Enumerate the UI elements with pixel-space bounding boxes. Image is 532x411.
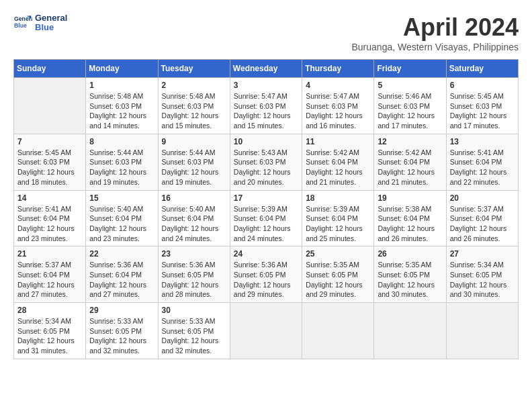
page-header: General Blue General Blue April 2024 Bur… xyxy=(13,13,519,52)
day-info: Sunrise: 5:39 AM Sunset: 6:04 PM Dayligh… xyxy=(234,204,298,244)
col-header-friday: Friday xyxy=(374,60,446,78)
day-info: Sunrise: 5:44 AM Sunset: 6:03 PM Dayligh… xyxy=(89,148,154,187)
day-info: Sunrise: 5:36 AM Sunset: 6:05 PM Dayligh… xyxy=(234,260,298,300)
calendar-week-row: 28Sunrise: 5:34 AM Sunset: 6:05 PM Dayli… xyxy=(14,303,519,359)
calendar-cell xyxy=(374,303,446,359)
day-info: Sunrise: 5:45 AM Sunset: 6:03 PM Dayligh… xyxy=(17,148,82,187)
day-number: 19 xyxy=(378,193,442,203)
day-info: Sunrise: 5:35 AM Sunset: 6:05 PM Dayligh… xyxy=(378,260,442,300)
day-info: Sunrise: 5:48 AM Sunset: 6:03 PM Dayligh… xyxy=(162,91,226,131)
day-info: Sunrise: 5:34 AM Sunset: 6:05 PM Dayligh… xyxy=(17,316,82,356)
calendar-cell: 21Sunrise: 5:37 AM Sunset: 6:04 PM Dayli… xyxy=(14,246,86,303)
day-number: 23 xyxy=(162,249,226,259)
day-number: 8 xyxy=(89,137,154,146)
calendar-cell: 15Sunrise: 5:40 AM Sunset: 6:04 PM Dayli… xyxy=(86,190,158,246)
calendar-cell: 30Sunrise: 5:33 AM Sunset: 6:05 PM Dayli… xyxy=(158,303,230,359)
calendar-cell: 26Sunrise: 5:35 AM Sunset: 6:05 PM Dayli… xyxy=(374,246,446,303)
day-number: 10 xyxy=(234,137,298,146)
day-number: 2 xyxy=(162,81,226,90)
day-info: Sunrise: 5:47 AM Sunset: 6:03 PM Dayligh… xyxy=(306,91,370,131)
calendar-cell: 4Sunrise: 5:47 AM Sunset: 6:03 PM Daylig… xyxy=(302,78,374,134)
day-number: 22 xyxy=(89,249,154,259)
day-number: 26 xyxy=(378,249,442,259)
day-number: 21 xyxy=(17,249,82,259)
calendar-cell xyxy=(302,303,374,359)
title-block: April 2024 Buruanga, Western Visayas, Ph… xyxy=(351,13,519,52)
calendar-cell: 10Sunrise: 5:43 AM Sunset: 6:03 PM Dayli… xyxy=(230,134,302,190)
day-info: Sunrise: 5:33 AM Sunset: 6:05 PM Dayligh… xyxy=(162,316,226,356)
day-number: 1 xyxy=(89,81,154,90)
day-info: Sunrise: 5:36 AM Sunset: 6:05 PM Dayligh… xyxy=(162,260,226,300)
calendar-week-row: 21Sunrise: 5:37 AM Sunset: 6:04 PM Dayli… xyxy=(14,246,519,303)
day-info: Sunrise: 5:42 AM Sunset: 6:04 PM Dayligh… xyxy=(378,148,442,187)
calendar-week-row: 7Sunrise: 5:45 AM Sunset: 6:03 PM Daylig… xyxy=(14,134,519,190)
day-info: Sunrise: 5:33 AM Sunset: 6:05 PM Dayligh… xyxy=(89,316,154,356)
calendar-cell: 25Sunrise: 5:35 AM Sunset: 6:05 PM Dayli… xyxy=(302,246,374,303)
calendar-cell: 18Sunrise: 5:39 AM Sunset: 6:04 PM Dayli… xyxy=(302,190,374,246)
day-info: Sunrise: 5:48 AM Sunset: 6:03 PM Dayligh… xyxy=(89,91,154,131)
calendar-cell: 3Sunrise: 5:47 AM Sunset: 6:03 PM Daylig… xyxy=(230,78,302,134)
day-number: 14 xyxy=(17,193,82,203)
day-number: 29 xyxy=(89,306,154,315)
day-number: 28 xyxy=(17,306,82,315)
calendar-cell: 6Sunrise: 5:45 AM Sunset: 6:03 PM Daylig… xyxy=(446,78,518,134)
col-header-sunday: Sunday xyxy=(14,60,86,78)
col-header-monday: Monday xyxy=(86,60,158,78)
day-number: 7 xyxy=(17,137,82,146)
day-number: 17 xyxy=(234,193,298,203)
calendar-cell: 11Sunrise: 5:42 AM Sunset: 6:04 PM Dayli… xyxy=(302,134,374,190)
calendar-week-row: 1Sunrise: 5:48 AM Sunset: 6:03 PM Daylig… xyxy=(14,78,519,134)
logo-icon: General Blue xyxy=(13,13,32,32)
calendar-cell: 27Sunrise: 5:34 AM Sunset: 6:05 PM Dayli… xyxy=(446,246,518,303)
day-info: Sunrise: 5:47 AM Sunset: 6:03 PM Dayligh… xyxy=(234,91,298,131)
day-number: 3 xyxy=(234,81,298,90)
calendar-cell: 9Sunrise: 5:44 AM Sunset: 6:03 PM Daylig… xyxy=(158,134,230,190)
day-info: Sunrise: 5:44 AM Sunset: 6:03 PM Dayligh… xyxy=(162,148,226,187)
day-number: 12 xyxy=(378,137,442,146)
calendar-cell: 16Sunrise: 5:40 AM Sunset: 6:04 PM Dayli… xyxy=(158,190,230,246)
day-info: Sunrise: 5:39 AM Sunset: 6:04 PM Dayligh… xyxy=(306,204,370,244)
svg-text:Blue: Blue xyxy=(14,22,27,29)
calendar-cell: 5Sunrise: 5:46 AM Sunset: 6:03 PM Daylig… xyxy=(374,78,446,134)
calendar-cell: 22Sunrise: 5:36 AM Sunset: 6:04 PM Dayli… xyxy=(86,246,158,303)
calendar-cell: 12Sunrise: 5:42 AM Sunset: 6:04 PM Dayli… xyxy=(374,134,446,190)
day-number: 30 xyxy=(162,306,226,315)
day-info: Sunrise: 5:45 AM Sunset: 6:03 PM Dayligh… xyxy=(450,91,515,131)
col-header-wednesday: Wednesday xyxy=(230,60,302,78)
day-info: Sunrise: 5:43 AM Sunset: 6:03 PM Dayligh… xyxy=(234,148,298,187)
calendar-cell: 20Sunrise: 5:37 AM Sunset: 6:04 PM Dayli… xyxy=(446,190,518,246)
location-subtitle: Buruanga, Western Visayas, Philippines xyxy=(351,42,519,52)
calendar-cell: 1Sunrise: 5:48 AM Sunset: 6:03 PM Daylig… xyxy=(86,78,158,134)
calendar-cell: 29Sunrise: 5:33 AM Sunset: 6:05 PM Dayli… xyxy=(86,303,158,359)
col-header-saturday: Saturday xyxy=(446,60,518,78)
calendar-table: SundayMondayTuesdayWednesdayThursdayFrid… xyxy=(13,59,519,359)
day-number: 27 xyxy=(450,249,515,259)
calendar-cell: 24Sunrise: 5:36 AM Sunset: 6:05 PM Dayli… xyxy=(230,246,302,303)
day-info: Sunrise: 5:46 AM Sunset: 6:03 PM Dayligh… xyxy=(378,91,442,131)
day-info: Sunrise: 5:41 AM Sunset: 6:04 PM Dayligh… xyxy=(17,204,82,244)
logo: General Blue General Blue xyxy=(13,13,67,33)
month-title: April 2024 xyxy=(351,13,519,42)
calendar-cell xyxy=(230,303,302,359)
calendar-cell: 7Sunrise: 5:45 AM Sunset: 6:03 PM Daylig… xyxy=(14,134,86,190)
day-number: 25 xyxy=(306,249,370,259)
day-info: Sunrise: 5:37 AM Sunset: 6:04 PM Dayligh… xyxy=(17,260,82,300)
calendar-cell: 8Sunrise: 5:44 AM Sunset: 6:03 PM Daylig… xyxy=(86,134,158,190)
day-number: 4 xyxy=(306,81,370,90)
day-info: Sunrise: 5:41 AM Sunset: 6:04 PM Dayligh… xyxy=(450,148,515,187)
day-number: 11 xyxy=(306,137,370,146)
day-info: Sunrise: 5:37 AM Sunset: 6:04 PM Dayligh… xyxy=(450,204,515,244)
day-number: 15 xyxy=(89,193,154,203)
day-number: 20 xyxy=(450,193,515,203)
calendar-cell: 28Sunrise: 5:34 AM Sunset: 6:05 PM Dayli… xyxy=(14,303,86,359)
calendar-cell: 13Sunrise: 5:41 AM Sunset: 6:04 PM Dayli… xyxy=(446,134,518,190)
day-number: 24 xyxy=(234,249,298,259)
calendar-cell: 2Sunrise: 5:48 AM Sunset: 6:03 PM Daylig… xyxy=(158,78,230,134)
col-header-tuesday: Tuesday xyxy=(158,60,230,78)
calendar-cell: 17Sunrise: 5:39 AM Sunset: 6:04 PM Dayli… xyxy=(230,190,302,246)
day-info: Sunrise: 5:35 AM Sunset: 6:05 PM Dayligh… xyxy=(306,260,370,300)
day-number: 16 xyxy=(162,193,226,203)
day-info: Sunrise: 5:40 AM Sunset: 6:04 PM Dayligh… xyxy=(89,204,154,244)
day-number: 13 xyxy=(450,137,515,146)
day-number: 5 xyxy=(378,81,442,90)
